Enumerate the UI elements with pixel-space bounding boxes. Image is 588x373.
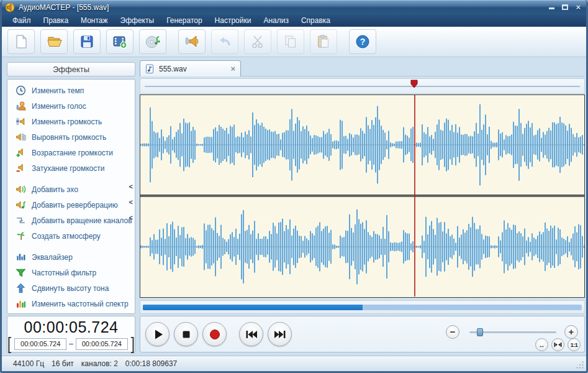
copy-button[interactable] xyxy=(277,29,304,54)
effect-label: Добавить эхо xyxy=(32,185,78,194)
menu-montage[interactable]: Монтаж xyxy=(75,15,114,26)
chevron-left-icon[interactable]: < xyxy=(129,214,133,221)
resize-grip[interactable] xyxy=(576,361,584,369)
seek-line xyxy=(145,86,580,87)
undo-icon xyxy=(217,34,233,50)
chevron-left-icon[interactable]: < xyxy=(129,198,133,206)
fit-to-window-button[interactable]: ↔ xyxy=(535,338,548,351)
menu-effects[interactable]: Эффекты xyxy=(114,15,161,26)
copy-icon xyxy=(283,34,299,50)
effect-item-add-reverb[interactable]: Добавить реверберацию < xyxy=(7,197,135,213)
effect-item-change-tempo[interactable]: Изменить темп xyxy=(7,83,135,98)
minimize-button[interactable] xyxy=(549,3,554,12)
cut-button[interactable] xyxy=(244,29,271,54)
effect-label: Добавить реверберацию xyxy=(32,201,118,210)
save-file-button[interactable] xyxy=(73,29,101,54)
effect-item-change-voice[interactable]: Изменить голос xyxy=(7,98,135,114)
effect-item-equalizer[interactable]: Эквалайзер xyxy=(7,249,135,265)
waveform-area[interactable] xyxy=(140,94,585,298)
effect-item-fade-out[interactable]: Затухание громкости xyxy=(7,160,135,176)
equalizer-icon xyxy=(16,252,26,262)
maximize-icon xyxy=(562,4,568,10)
zoom-slider-track[interactable] xyxy=(469,331,556,333)
effect-label: Возрастание громкости xyxy=(32,149,113,157)
open-file-button[interactable] xyxy=(40,29,68,54)
menubar: Файл Правка Монтаж Эффекты Генератор Нас… xyxy=(0,14,588,27)
tab-close-icon[interactable]: × xyxy=(230,65,235,73)
effect-label: Сдвинуть высоту тона xyxy=(32,284,109,293)
new-file-button[interactable] xyxy=(7,29,35,54)
tab-555-wav[interactable]: 555.wav × xyxy=(140,60,241,76)
maximize-button[interactable] xyxy=(562,3,568,12)
effect-item-add-echo[interactable]: Добавить эхо < xyxy=(7,182,135,197)
zoom-slider-thumb[interactable] xyxy=(477,328,483,336)
close-button[interactable]: × xyxy=(576,3,581,12)
menu-help[interactable]: Справка xyxy=(295,15,337,26)
skip-to-start-button[interactable] xyxy=(239,322,263,346)
menu-file[interactable]: Файл xyxy=(6,15,37,26)
help-icon: ? xyxy=(355,34,371,50)
effects-panel-header[interactable]: Эффекты xyxy=(7,62,135,76)
audio-file-icon xyxy=(145,64,155,74)
zoom-out-button[interactable]: − xyxy=(446,325,459,339)
effect-label: Выровнять громкость xyxy=(32,133,106,142)
effects-panel: Изменить темп Изменить голос Изменить гр… xyxy=(7,79,135,314)
open-folder-icon xyxy=(46,34,62,50)
filter-funnel-icon xyxy=(16,267,26,278)
scrollbar-track[interactable] xyxy=(143,305,582,310)
extract-audio-from-video-icon xyxy=(112,34,128,50)
effect-item-fade-in[interactable]: Возрастание громкости xyxy=(7,145,135,160)
skip-to-start-icon xyxy=(244,327,259,342)
menu-edit[interactable]: Правка xyxy=(37,15,75,26)
effect-item-change-spectrum[interactable]: Изменить частотный спектр xyxy=(7,296,135,311)
extract-audio-from-video-button[interactable] xyxy=(106,29,133,54)
voice-person-icon xyxy=(16,101,26,111)
skip-to-end-button[interactable] xyxy=(268,322,292,346)
save-floppy-icon xyxy=(79,34,95,50)
scrollbar-thumb[interactable] xyxy=(143,305,363,310)
play-button[interactable] xyxy=(145,322,170,346)
effect-label: Изменить громкость xyxy=(32,117,102,126)
status-bit-depth: 16 бит xyxy=(52,359,74,368)
paste-button[interactable] xyxy=(310,29,337,54)
grab-cd-audio-button[interactable] xyxy=(139,29,166,54)
status-duration: 0:00:18 809637 xyxy=(125,359,177,368)
effect-item-create-atmosphere[interactable]: Создать атмосферу xyxy=(7,228,135,244)
effect-item-normalize-volume[interactable]: Выровнять громкость xyxy=(7,129,135,145)
app-logo-icon xyxy=(5,2,15,12)
zoom-in-button[interactable]: + xyxy=(564,325,578,339)
selection-start-input[interactable] xyxy=(14,338,66,350)
stop-button[interactable] xyxy=(174,322,198,346)
actual-size-label: 1:1 xyxy=(571,342,578,348)
titlebar: АудиоМАСТЕР - [555.wav] × xyxy=(0,0,588,14)
chevron-left-icon[interactable]: < xyxy=(129,183,133,190)
menu-analysis[interactable]: Анализ xyxy=(257,15,295,26)
record-sound-icon xyxy=(184,34,200,50)
effect-label: Частотный фильтр xyxy=(32,269,96,277)
menu-generator[interactable]: Генератор xyxy=(160,15,208,26)
seek-strip[interactable] xyxy=(140,78,585,94)
volume-up-icon xyxy=(16,147,26,158)
undo-button[interactable] xyxy=(211,29,238,54)
actual-size-button[interactable]: 1:1 xyxy=(568,338,581,351)
selection-end-input[interactable] xyxy=(76,338,128,350)
effect-item-add-channel-rotation[interactable]: Добавить вращение каналов < xyxy=(7,213,135,228)
record-button[interactable] xyxy=(202,322,227,346)
playhead-marker-icon[interactable] xyxy=(410,80,418,88)
record-sound-button[interactable] xyxy=(178,29,206,54)
help-button[interactable]: ? xyxy=(349,29,376,54)
cd-audio-icon xyxy=(145,34,161,50)
svg-text:?: ? xyxy=(360,37,366,47)
effect-label: Добавить вращение каналов xyxy=(32,216,132,225)
effect-label: Изменить темп xyxy=(32,86,84,95)
app-window: АудиоМАСТЕР - [555.wav] × Файл Правка Мо… xyxy=(0,0,588,373)
menu-settings[interactable]: Настройки xyxy=(209,15,258,26)
effect-item-change-volume[interactable]: Изменить громкость xyxy=(7,114,135,129)
waveform-scrollbar[interactable] xyxy=(140,300,585,314)
effect-item-pitch-shift[interactable]: Сдвинуть высоту тона xyxy=(7,280,135,296)
zoom-to-selection-button[interactable] xyxy=(551,338,564,351)
pitch-up-arrow-icon xyxy=(16,283,26,293)
effect-item-frequency-filter[interactable]: Частотный фильтр xyxy=(7,265,135,280)
effect-label: Эквалайзер xyxy=(32,253,73,262)
channel-rotation-icon xyxy=(16,215,26,226)
